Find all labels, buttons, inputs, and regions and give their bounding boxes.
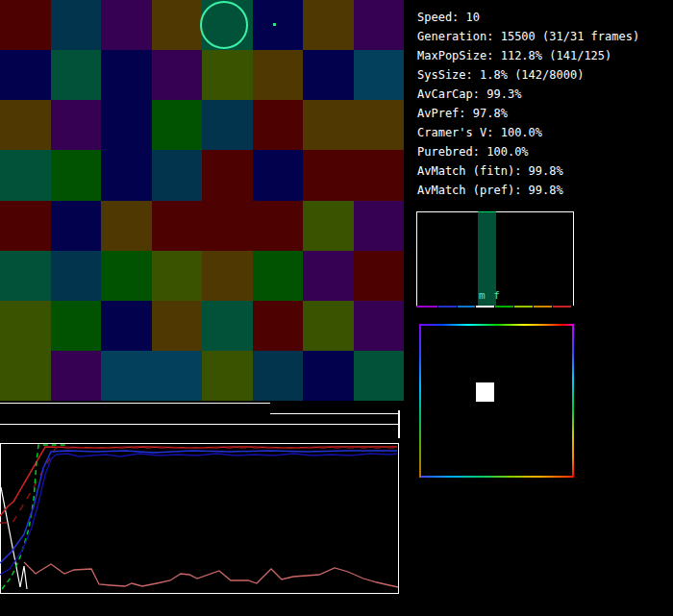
grid-cell (0, 100, 51, 150)
histogram-bar-cap (478, 211, 496, 212)
grid-cell (51, 150, 102, 200)
chart-series-dark-red (0, 448, 397, 523)
hue-strip (416, 306, 574, 308)
hue-strip-segment (416, 306, 437, 308)
grid-cell (202, 251, 253, 301)
grid-cell (303, 50, 354, 100)
gauge-line-left (0, 403, 270, 404)
grid-cell (354, 50, 405, 100)
trait-map-border-left (419, 324, 421, 478)
stat-line: MaxPopSize: 112.8% (141/125) (417, 46, 639, 65)
grid-cell (303, 201, 354, 251)
grid-cell (303, 251, 354, 301)
hue-strip-segment (476, 306, 494, 308)
grid-cell (253, 301, 304, 351)
grid-cell (253, 0, 304, 50)
grid-cell (152, 150, 203, 200)
chart-series-salmon (24, 562, 398, 587)
grid-cell (253, 100, 304, 150)
trait-map-border-bottom (419, 476, 574, 478)
grid-cell (101, 301, 152, 351)
grid-cell (101, 351, 152, 401)
chart-series-blue (0, 451, 397, 563)
grid-cell (51, 301, 102, 351)
trait-map (419, 324, 574, 478)
stats-panel: Speed: 10Generation: 15500 (31/31 frames… (417, 8, 639, 200)
hue-strip-segment (534, 306, 552, 308)
grid-cell (51, 201, 102, 251)
stat-line: AvMatch (pref): 99.8% (417, 181, 639, 200)
grid-cell (354, 351, 405, 401)
stat-line: Purebred: 100.0% (417, 142, 639, 161)
grid-cell (202, 351, 253, 401)
chart-series-white (1, 487, 27, 589)
grid-cell (354, 301, 405, 351)
gauge-tick (398, 410, 400, 438)
grid-cell (101, 150, 152, 200)
grid-cell (152, 351, 203, 401)
grid-cell (202, 301, 253, 351)
grid-cell (0, 301, 51, 351)
hue-strip-segment (438, 306, 457, 308)
trait-map-cluster (476, 382, 494, 402)
grid-cell (202, 150, 253, 200)
grid-cell (303, 150, 354, 200)
grid-cell (253, 201, 304, 251)
grid-cell (0, 201, 51, 251)
grid-cell (101, 201, 152, 251)
stat-line: AvPref: 97.8% (417, 104, 639, 123)
stat-line: Generation: 15500 (31/31 frames) (417, 27, 639, 46)
grid-cell (253, 150, 304, 200)
grid-cell (152, 201, 203, 251)
hue-strip-segment (514, 306, 533, 308)
grid-cell (354, 100, 405, 150)
grid-cell (152, 50, 203, 100)
stat-line: Speed: 10 (417, 8, 639, 27)
grid-cell (202, 50, 253, 100)
grid-cell (202, 100, 253, 150)
stat-line: Cramer's V: 100.0% (417, 123, 639, 142)
agent-dot (273, 23, 276, 26)
grid-cell (354, 150, 405, 200)
grid-cell (253, 251, 304, 301)
grid-cell (152, 100, 203, 150)
gauge-line-right (270, 413, 400, 414)
grid-cell (152, 301, 203, 351)
chart-series-red (0, 447, 397, 516)
stat-line: SysSize: 1.8% (142/8000) (417, 65, 639, 85)
simulation-grid (0, 0, 404, 401)
grid-cell (303, 0, 354, 50)
grid-cell (354, 0, 405, 50)
grid-cell (253, 351, 304, 401)
grid-cell (51, 0, 102, 50)
grid-cell (0, 150, 51, 200)
stat-line: AvMatch (fitn): 99.8% (417, 161, 639, 181)
gauge-track (0, 424, 400, 425)
grid-cell (354, 201, 405, 251)
grid-cell (51, 251, 102, 301)
grid-cell (0, 50, 51, 100)
grid-cell (51, 100, 102, 150)
selection-circle (200, 1, 248, 49)
grid-cell (152, 251, 203, 301)
grid-cell (101, 0, 152, 50)
timeline-chart-svg (0, 443, 399, 594)
trait-map-border-right (572, 324, 574, 478)
grid-cell (303, 351, 354, 401)
histogram-label: m f (479, 289, 501, 302)
grid-cell (253, 50, 304, 100)
grid-cell (303, 301, 354, 351)
grid-cell (303, 100, 354, 150)
grid-cell (0, 0, 51, 50)
grid-cell (101, 50, 152, 100)
grid-cell (101, 100, 152, 150)
hue-strip-segment (495, 306, 513, 308)
grid-cell (202, 201, 253, 251)
hue-strip-segment (553, 306, 571, 308)
grid-cell (0, 351, 51, 401)
grid-cell (101, 251, 152, 301)
grid-cell (51, 351, 102, 401)
trait-map-border-top (419, 324, 574, 326)
grid-cell (51, 50, 102, 100)
stat-line: AvCarCap: 99.3% (417, 85, 639, 104)
